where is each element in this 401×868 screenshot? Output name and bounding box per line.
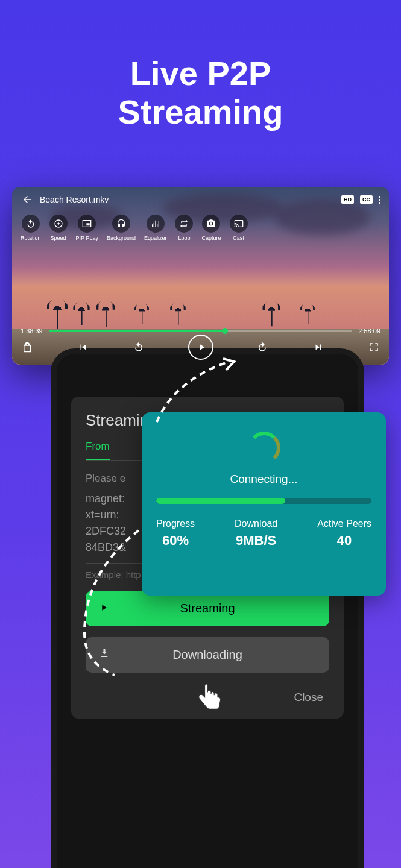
tool-cast[interactable]: Cast (230, 215, 248, 241)
lock-icon[interactable] (21, 341, 34, 354)
tab-from[interactable]: From (86, 441, 110, 460)
hand-cursor-icon (197, 681, 226, 716)
fullscreen-icon[interactable] (367, 341, 380, 354)
cc-badge[interactable]: CC (360, 195, 373, 204)
seek-track[interactable] (49, 330, 353, 332)
hero-line-1: Live P2P (0, 54, 401, 93)
hd-badge[interactable]: HD (341, 195, 354, 204)
next-icon[interactable] (312, 341, 325, 354)
total-time: 2:58:09 (358, 327, 380, 335)
more-menu-icon[interactable] (379, 196, 380, 204)
stat-download: Download 9MB/S (235, 518, 277, 549)
cast-icon (230, 215, 248, 233)
connecting-status: Connecting... (156, 473, 371, 486)
loop-icon (175, 215, 193, 233)
arrow-decoration-2 (72, 524, 151, 681)
speed-icon (49, 215, 68, 233)
tool-background[interactable]: Background (107, 215, 136, 241)
current-time: 1:38:39 (21, 327, 43, 335)
tool-capture[interactable]: Capture (201, 215, 221, 241)
headphones-icon (112, 215, 130, 233)
forward-10-icon[interactable] (256, 341, 269, 354)
rewind-10-icon[interactable] (132, 341, 145, 354)
previous-icon[interactable] (77, 341, 90, 354)
arrow-decoration (151, 356, 241, 428)
camera-icon (202, 215, 220, 233)
connecting-card: Connecting... Progress 60% Download 9MB/… (142, 412, 386, 596)
stat-peers: Active Peers 40 (317, 518, 371, 549)
spinner-icon (248, 432, 280, 464)
tool-loop[interactable]: Loop (175, 215, 193, 241)
video-player: Beach Resort.mkv HD CC Rotation Speed PI… (12, 187, 389, 365)
seek-bar[interactable]: 1:38:39 2:58:09 (21, 327, 380, 335)
rotation-icon (22, 215, 40, 233)
pip-icon (78, 215, 96, 233)
hero-title: Live P2P Streaming (0, 0, 401, 132)
equalizer-icon (147, 215, 165, 233)
tool-equalizer[interactable]: Equalizer (144, 215, 167, 241)
back-icon[interactable] (21, 193, 34, 206)
stat-progress: Progress 60% (156, 518, 195, 549)
video-filename: Beach Resort.mkv (40, 195, 109, 204)
connect-stats: Progress 60% Download 9MB/S Active Peers… (156, 518, 371, 549)
tool-pip[interactable]: PIP PLay (76, 215, 98, 241)
tool-speed[interactable]: Speed (49, 215, 68, 241)
player-toolbar: Rotation Speed PIP PLay Background Equal… (12, 212, 389, 241)
connect-progress-bar (156, 498, 371, 504)
hero-line-2: Streaming (0, 93, 401, 131)
tool-rotation[interactable]: Rotation (21, 215, 41, 241)
